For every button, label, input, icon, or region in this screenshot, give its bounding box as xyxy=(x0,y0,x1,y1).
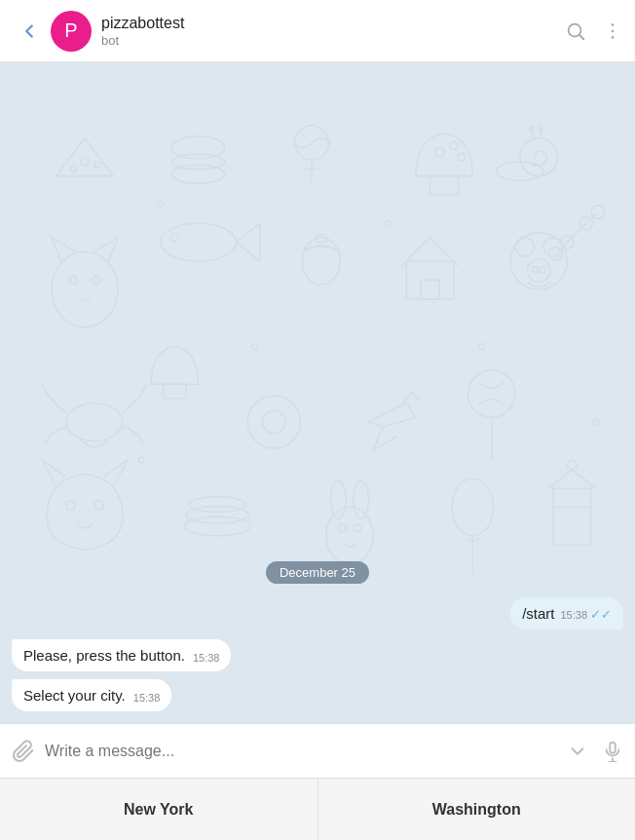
message-time: 15:38 xyxy=(193,652,220,664)
avatar: P xyxy=(51,11,92,52)
avatar-letter: P xyxy=(64,19,77,42)
chat-content: December 25 /start 15:38 ✓✓ Please, pres… xyxy=(0,62,635,723)
search-button[interactable] xyxy=(565,20,586,42)
message-incoming-2: Select your city. 15:38 xyxy=(12,679,623,711)
new-york-button[interactable]: New York xyxy=(0,779,318,840)
date-badge: December 25 xyxy=(266,561,369,584)
svg-point-2 xyxy=(612,23,615,26)
bot-name: pizzabottest xyxy=(101,14,565,32)
chat-header: P pizzabottest bot xyxy=(0,0,635,62)
message-input[interactable] xyxy=(45,743,567,760)
message-time: 15:38 xyxy=(560,609,587,621)
svg-line-1 xyxy=(579,35,583,39)
svg-point-4 xyxy=(612,36,615,39)
message-outgoing-start: /start 15:38 ✓✓ xyxy=(12,597,623,630)
message-text: Please, press the button. xyxy=(23,647,185,664)
back-button[interactable] xyxy=(12,14,47,49)
city-buttons-row: New York Washington xyxy=(0,778,635,840)
messages-list: /start 15:38 ✓✓ Please, press the button… xyxy=(12,597,623,715)
message-meta: 15:38 ✓✓ xyxy=(560,607,612,622)
attach-button[interactable] xyxy=(12,740,35,763)
bubble-outgoing: /start 15:38 ✓✓ xyxy=(510,597,623,630)
header-actions xyxy=(565,20,623,42)
read-checkmarks: ✓✓ xyxy=(590,607,612,622)
header-info: pizzabottest bot xyxy=(101,14,565,47)
bubble-incoming-2: Select your city. 15:38 xyxy=(12,679,171,711)
svg-point-0 xyxy=(569,23,581,36)
svg-rect-70 xyxy=(610,742,616,752)
voice-button[interactable] xyxy=(602,741,623,762)
date-divider: December 25 xyxy=(12,561,623,584)
message-text: /start xyxy=(522,605,554,622)
bubble-incoming-1: Please, press the button. 15:38 xyxy=(12,639,231,671)
message-time: 15:38 xyxy=(133,692,161,704)
message-incoming-1: Please, press the button. 15:38 xyxy=(12,639,623,671)
chat-area: December 25 /start 15:38 ✓✓ Please, pres… xyxy=(0,62,635,723)
svg-point-3 xyxy=(612,29,615,32)
input-right-actions xyxy=(567,741,623,762)
washington-button[interactable]: Washington xyxy=(318,779,636,840)
message-input-area xyxy=(0,723,635,778)
message-text: Select your city. xyxy=(23,687,126,704)
bot-status: bot xyxy=(101,33,565,48)
emoji-chevron-button[interactable] xyxy=(567,741,588,762)
more-menu-button[interactable] xyxy=(602,20,623,42)
